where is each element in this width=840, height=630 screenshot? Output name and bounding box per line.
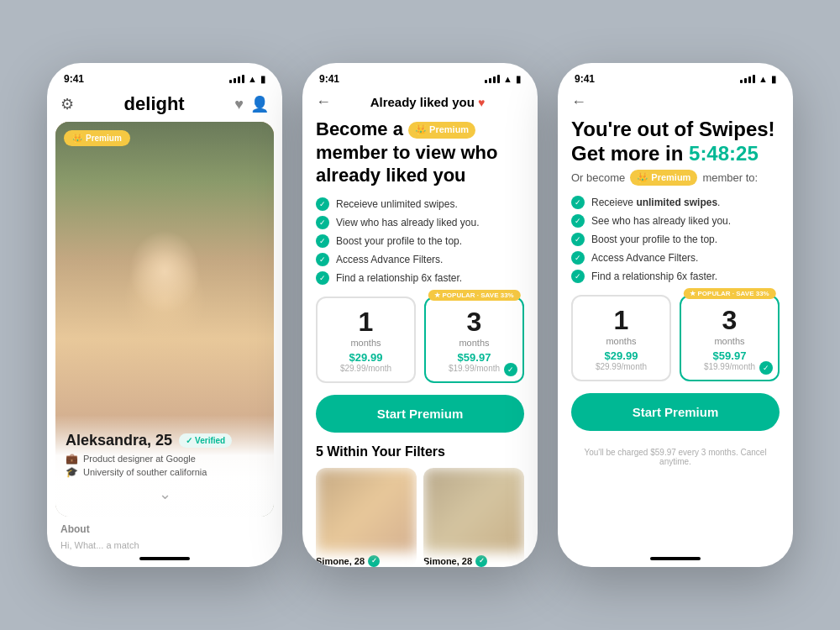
verified-icon-2: ✓ bbox=[475, 555, 487, 567]
price-per-3-1m: $29.99/month bbox=[580, 362, 663, 371]
price-period-3m: months bbox=[433, 338, 516, 348]
status-icons-2: ▲ ▮ bbox=[485, 74, 521, 85]
feature-list-3: ✓ Receieve unlimited swipes. ✓ See who h… bbox=[571, 196, 780, 283]
phone3-header: ← bbox=[558, 90, 793, 118]
signal-icon-2 bbox=[485, 75, 500, 83]
status-icons-1: ▲ ▮ bbox=[229, 74, 265, 85]
time-3: 9:41 bbox=[575, 73, 595, 85]
start-premium-btn-3[interactable]: Start Premium bbox=[571, 393, 780, 431]
price-card-3m[interactable]: ★ POPULAR · SAVE 33% 3 months $59.97 $19… bbox=[424, 297, 524, 383]
check-icon-verified: ✓ bbox=[186, 436, 192, 445]
battery-icon-3: ▮ bbox=[771, 74, 776, 85]
price-months-3-1m: 1 bbox=[580, 305, 663, 336]
selected-check-icon: ✓ bbox=[504, 363, 517, 376]
phone2-header: ← Already liked you ♥ bbox=[302, 90, 538, 118]
check-icon: ✓ bbox=[316, 197, 329, 211]
feature-item-3-2: ✓ Boost your profile to the top. bbox=[571, 233, 780, 246]
header-icons: ♥ 👤 bbox=[234, 95, 269, 113]
feature-item-3-3: ✓ Access Advance Filters. bbox=[571, 251, 780, 265]
check-icon: ✓ bbox=[316, 216, 329, 229]
signal-icon-3 bbox=[740, 75, 755, 83]
popular-badge-2: ★ POPULAR · SAVE 33% bbox=[428, 290, 520, 301]
price-period-3-1m: months bbox=[580, 336, 663, 346]
wifi-icon-2: ▲ bbox=[503, 74, 512, 84]
price-amount-1m: $29.99 bbox=[324, 351, 407, 364]
price-months-3-3m: 3 bbox=[688, 305, 771, 336]
phone-out-of-swipes: 9:41 ▲ ▮ ← You're out of Swipes! Get mor… bbox=[558, 63, 793, 567]
price-amount-3m: $59.97 bbox=[433, 351, 516, 364]
price-card-3-3m[interactable]: ★ POPULAR · SAVE 33% 3 months $59.97 $19… bbox=[680, 295, 780, 381]
screen-title-2: Already liked you ♥ bbox=[331, 95, 524, 109]
home-indicator-3 bbox=[650, 557, 701, 560]
battery-icon-2: ▮ bbox=[516, 74, 521, 85]
feature-item: ✓ Access Advance Filters. bbox=[316, 253, 524, 266]
crown-icon: 👑 bbox=[72, 134, 82, 143]
timer-display: 5:48:25 bbox=[689, 142, 759, 165]
within-person-2: Simone, 28 ✓ bbox=[423, 468, 524, 567]
premium-badge-1: 👑 Premium bbox=[64, 130, 130, 146]
price-per-1m: $29.99/month bbox=[324, 364, 407, 373]
check-icon-3-3: ✓ bbox=[571, 251, 585, 265]
feature-item: ✓ Find a relationship 6x faster. bbox=[316, 271, 524, 285]
profile-nav-icon[interactable]: 👤 bbox=[250, 95, 269, 113]
time-1: 9:41 bbox=[64, 73, 84, 85]
phones-container: 9:41 ▲ ▮ ⚙ delight ♥ 👤 bbox=[22, 38, 818, 592]
profile-job: 💼 Product designer at Google bbox=[66, 453, 264, 465]
profile-name: Aleksandra, 25 bbox=[66, 432, 172, 449]
filter-icon[interactable]: ⚙ bbox=[60, 95, 74, 113]
app-logo: delight bbox=[124, 93, 185, 115]
within-photo-1 bbox=[316, 468, 417, 552]
profile-info-overlay: Aleksandra, 25 ✓ Verified 💼 Product desi… bbox=[55, 415, 274, 517]
back-button-3[interactable]: ← bbox=[571, 93, 586, 111]
feature-item: ✓ Boost your profile to the top. bbox=[316, 234, 524, 248]
check-icon: ✓ bbox=[316, 234, 329, 248]
feature-item: ✓ View who has already liked you. bbox=[316, 216, 524, 229]
phone-liked: 9:41 ▲ ▮ ← Already liked you ♥ Become a … bbox=[302, 63, 538, 567]
within-name-2: Simone, 28 ✓ bbox=[423, 555, 524, 567]
price-amount-3-3m: $59.97 bbox=[688, 349, 771, 362]
feature-item-3-4: ✓ Find a relationship 6x faster. bbox=[571, 270, 780, 283]
status-icons-3: ▲ ▮ bbox=[740, 74, 776, 85]
within-person-1: Simone, 28 ✓ bbox=[316, 468, 417, 567]
status-bar-2: 9:41 ▲ ▮ bbox=[302, 63, 538, 90]
wifi-icon-3: ▲ bbox=[759, 74, 768, 84]
feature-item-3-1: ✓ See who has already liked you. bbox=[571, 214, 780, 228]
out-of-swipes-title: You're out of Swipes! Get more in 5:48:2… bbox=[571, 118, 780, 166]
home-indicator-1 bbox=[139, 557, 190, 560]
pricing-row-2: 1 months $29.99 $29.99/month ★ POPULAR ·… bbox=[316, 297, 524, 383]
start-premium-btn-2[interactable]: Start Premium bbox=[316, 395, 524, 433]
price-period-1m: months bbox=[324, 338, 407, 348]
popular-badge-3: ★ POPULAR · SAVE 33% bbox=[683, 288, 775, 299]
price-period-3-3m: months bbox=[688, 336, 771, 346]
price-card-3-1m[interactable]: 1 months $29.99 $29.99/month bbox=[571, 295, 671, 381]
within-photo-2 bbox=[423, 468, 524, 552]
about-label: About bbox=[47, 517, 282, 538]
feature-item-3-0: ✓ Receieve unlimited swipes. bbox=[571, 196, 780, 209]
phone2-content: Become a 👑 Premium member to view who al… bbox=[302, 118, 538, 567]
within-name-1: Simone, 28 ✓ bbox=[316, 555, 417, 567]
check-icon: ✓ bbox=[316, 271, 329, 285]
feature-item: ✓ Receieve unlimited swipes. bbox=[316, 197, 524, 211]
likes-icon[interactable]: ♥ bbox=[234, 96, 244, 113]
pricing-row-3: 1 months $29.99 $29.99/month ★ POPULAR ·… bbox=[571, 295, 780, 381]
status-bar-3: 9:41 ▲ ▮ bbox=[558, 63, 793, 90]
profile-name-row: Aleksandra, 25 ✓ Verified bbox=[66, 432, 264, 449]
graduation-icon: 🎓 bbox=[66, 466, 78, 478]
within-title: 5 Within Your Filters bbox=[316, 444, 524, 459]
verified-badge: ✓ Verified bbox=[179, 433, 232, 448]
or-become-text: Or become 👑 Premium member to: bbox=[571, 170, 780, 186]
selected-check-icon-3: ✓ bbox=[759, 361, 773, 375]
phone-profile: 9:41 ▲ ▮ ⚙ delight ♥ 👤 bbox=[47, 63, 282, 567]
heart-title-icon: ♥ bbox=[478, 96, 485, 109]
check-icon-3-1: ✓ bbox=[571, 214, 585, 228]
become-title: Become a 👑 Premium member to view who al… bbox=[316, 118, 524, 187]
billing-notice: You'll be charged $59.97 every 3 months.… bbox=[571, 443, 780, 471]
time-2: 9:41 bbox=[319, 73, 339, 85]
status-bar-1: 9:41 ▲ ▮ bbox=[47, 63, 282, 90]
profile-image-container: 👑 Premium Aleksandra, 25 ✓ Verified 💼 Pr… bbox=[55, 122, 274, 517]
price-card-1m[interactable]: 1 months $29.99 $29.99/month bbox=[316, 297, 416, 383]
back-button-2[interactable]: ← bbox=[316, 93, 331, 111]
phone1-header: ⚙ delight ♥ 👤 bbox=[47, 90, 282, 122]
phone3-content: You're out of Swipes! Get more in 5:48:2… bbox=[558, 118, 793, 554]
about-text: Hi, What... a match bbox=[47, 538, 282, 557]
